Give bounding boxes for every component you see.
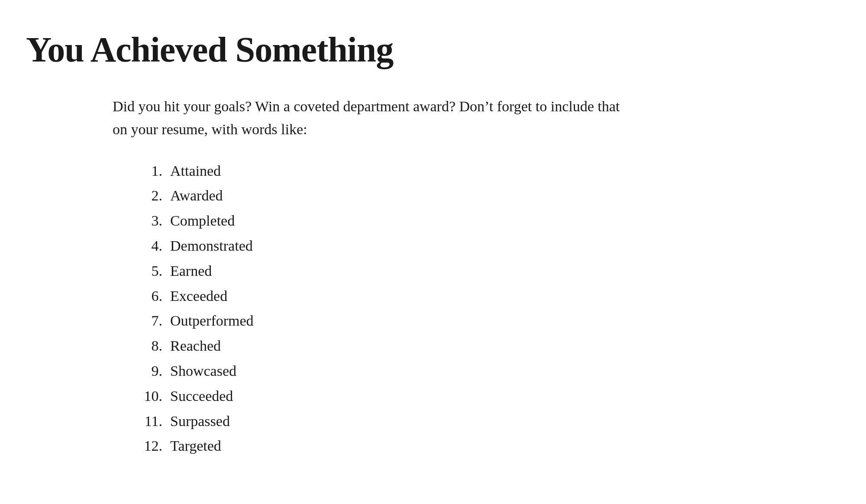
- list-word: Earned: [170, 258, 212, 284]
- list-word: Outperformed: [170, 308, 254, 333]
- list-item: 10.Succeeded: [139, 384, 840, 409]
- list-number: 10.: [139, 384, 162, 409]
- list-word: Completed: [170, 208, 235, 233]
- list-number: 7.: [139, 308, 162, 333]
- page-title: You Achieved Something: [26, 30, 840, 69]
- list-word: Reached: [170, 333, 221, 359]
- intro-paragraph: Did you hit your goals? Win a coveted de…: [113, 95, 632, 141]
- list-number: 12.: [139, 433, 162, 459]
- list-number: 9.: [139, 359, 162, 384]
- page-container: You Achieved Something Did you hit your …: [9, 17, 857, 472]
- list-word: Exceeded: [170, 284, 227, 309]
- list-item: 11.Surpassed: [139, 409, 840, 434]
- list-word: Awarded: [170, 183, 223, 208]
- list-number: 1.: [139, 158, 162, 184]
- list-item: 3.Completed: [139, 208, 840, 233]
- list-item: 2.Awarded: [139, 183, 840, 208]
- list-word: Demonstrated: [170, 233, 253, 258]
- list-word: Attained: [170, 158, 221, 184]
- list-word: Targeted: [170, 433, 221, 459]
- list-number: 6.: [139, 284, 162, 309]
- list-number: 8.: [139, 333, 162, 359]
- list-number: 11.: [139, 409, 162, 434]
- list-item: 12.Targeted: [139, 433, 840, 459]
- list-item: 6.Exceeded: [139, 284, 840, 309]
- list-item: 4.Demonstrated: [139, 233, 840, 258]
- list-number: 4.: [139, 233, 162, 258]
- list-item: 5.Earned: [139, 258, 840, 284]
- list-word: Succeeded: [170, 384, 233, 409]
- list-item: 1.Attained: [139, 158, 840, 184]
- list-item: 9.Showcased: [139, 359, 840, 384]
- word-list: 1.Attained2.Awarded3.Completed4.Demonstr…: [139, 158, 840, 459]
- list-number: 5.: [139, 258, 162, 284]
- list-number: 3.: [139, 208, 162, 233]
- list-word: Showcased: [170, 359, 236, 384]
- list-number: 2.: [139, 183, 162, 208]
- list-item: 8.Reached: [139, 333, 840, 359]
- list-item: 7.Outperformed: [139, 308, 840, 333]
- list-word: Surpassed: [170, 409, 230, 434]
